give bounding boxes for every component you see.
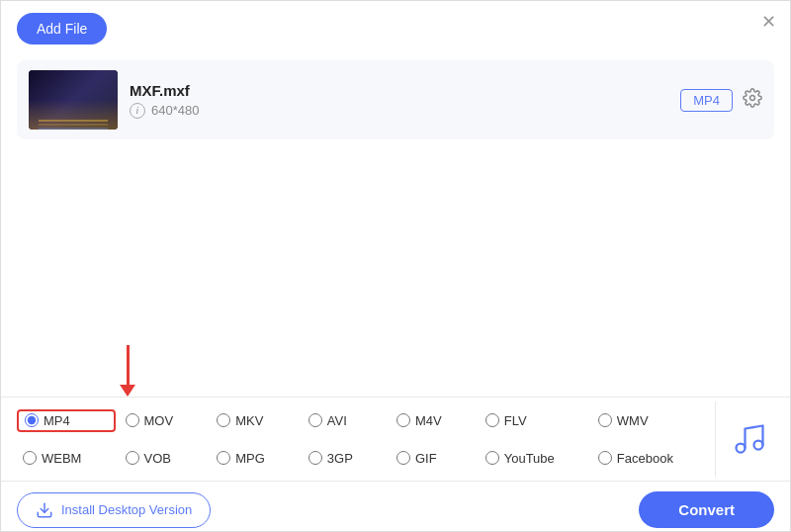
close-button[interactable]: ✕ <box>761 11 776 33</box>
format-label-mov: MOV <box>144 413 174 428</box>
arrow-container <box>1 345 790 397</box>
format-radio-3gp[interactable] <box>308 451 322 465</box>
format-label-avi: AVI <box>327 413 347 428</box>
format-radio-mkv[interactable] <box>217 413 230 427</box>
format-option-mov[interactable]: MOV <box>120 411 208 430</box>
format-label-flv: FLV <box>504 413 527 428</box>
music-icon-area[interactable] <box>715 401 774 477</box>
arrow-head <box>120 385 135 397</box>
format-label-vob: VOB <box>144 451 171 466</box>
format-radio-avi[interactable] <box>308 413 322 427</box>
file-item: MXF.mxf i 640*480 MP4 <box>17 60 774 139</box>
format-option-mp4[interactable]: MP4 <box>17 409 116 432</box>
file-actions: MP4 <box>680 88 762 113</box>
convert-button[interactable]: Convert <box>639 491 774 528</box>
format-option-flv[interactable]: FLV <box>480 411 588 430</box>
settings-button[interactable] <box>743 88 762 113</box>
format-radio-flv[interactable] <box>485 413 499 427</box>
format-label-webm: WEBM <box>42 451 81 466</box>
add-file-button[interactable]: Add File <box>17 13 107 44</box>
top-bar: Add File ✕ <box>1 1 790 52</box>
format-radio-m4v[interactable] <box>396 413 410 427</box>
down-arrow <box>120 345 135 397</box>
format-badge[interactable]: MP4 <box>680 89 733 112</box>
format-option-m4v[interactable]: M4V <box>391 411 476 430</box>
format-radio-webm[interactable] <box>23 451 37 465</box>
thumbnail-image <box>29 70 118 130</box>
file-thumbnail <box>29 70 118 130</box>
format-label-mpg: MPG <box>235 451 265 466</box>
file-name: MXF.mxf <box>130 82 668 99</box>
format-radio-youtube[interactable] <box>485 451 499 465</box>
install-desktop-button[interactable]: Install Desktop Version <box>17 492 211 528</box>
format-label-youtube: YouTube <box>504 451 555 466</box>
format-option-wmv[interactable]: WMV <box>592 411 707 430</box>
format-radio-mov[interactable] <box>126 413 139 427</box>
file-info: MXF.mxf i 640*480 <box>130 82 668 119</box>
format-radio-wmv[interactable] <box>598 413 612 427</box>
format-panel: MP4 MOV MKV AVI M4V FLV WMV WEBM <box>1 397 790 481</box>
format-option-gif[interactable]: GIF <box>391 449 476 468</box>
file-list: MXF.mxf i 640*480 MP4 <box>1 52 790 147</box>
info-icon: i <box>130 103 145 119</box>
format-option-youtube[interactable]: YouTube <box>480 449 588 468</box>
format-option-mpg[interactable]: MPG <box>211 449 299 468</box>
format-option-mkv[interactable]: MKV <box>211 411 299 430</box>
install-label: Install Desktop Version <box>61 502 192 517</box>
format-label-facebook: Facebook <box>617 451 673 466</box>
format-radio-vob[interactable] <box>126 451 139 465</box>
format-option-vob[interactable]: VOB <box>120 449 208 468</box>
gear-icon <box>743 88 762 108</box>
empty-area <box>1 147 790 345</box>
format-radio-mpg[interactable] <box>217 451 230 465</box>
format-option-facebook[interactable]: Facebook <box>592 449 707 468</box>
format-option-avi[interactable]: AVI <box>303 411 387 430</box>
format-radio-facebook[interactable] <box>598 451 612 465</box>
svg-point-0 <box>750 95 755 100</box>
format-label-gif: GIF <box>415 451 437 466</box>
file-resolution: 640*480 <box>151 103 199 118</box>
download-icon <box>36 501 53 519</box>
format-label-3gp: 3GP <box>327 451 353 466</box>
svg-point-1 <box>736 444 745 453</box>
format-label-mkv: MKV <box>235 413 263 428</box>
format-radio-gif[interactable] <box>396 451 410 465</box>
format-label-m4v: M4V <box>415 413 442 428</box>
file-meta: i 640*480 <box>130 103 668 119</box>
format-label-wmv: WMV <box>617 413 649 428</box>
format-radio-mp4[interactable] <box>25 413 39 427</box>
svg-point-2 <box>753 441 762 450</box>
arrow-shaft <box>127 345 130 385</box>
action-bar: Install Desktop Version Convert <box>1 481 790 532</box>
format-grid: MP4 MOV MKV AVI M4V FLV WMV WEBM <box>17 398 707 481</box>
format-option-3gp[interactable]: 3GP <box>303 449 387 468</box>
format-option-webm[interactable]: WEBM <box>17 449 116 468</box>
format-label-mp4: MP4 <box>44 413 70 428</box>
music-note-icon <box>732 421 767 457</box>
